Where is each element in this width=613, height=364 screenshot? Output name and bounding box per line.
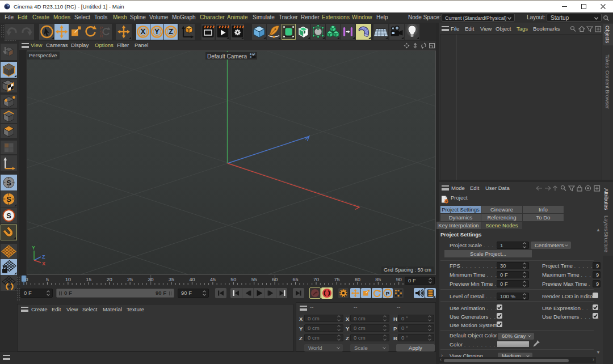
svg-text:10: 10 (65, 277, 71, 282)
svg-text:25: 25 (127, 277, 133, 282)
svg-text:15: 15 (86, 277, 91, 282)
svg-text:20: 20 (107, 277, 112, 282)
svg-text:P: P (386, 290, 390, 297)
svg-text:5: 5 (46, 277, 49, 282)
svg-text:40: 40 (189, 277, 195, 282)
svg-text:60: 60 (272, 277, 278, 282)
svg-text:Z: Z (42, 254, 45, 260)
svg-text:45: 45 (210, 277, 216, 282)
svg-text:90: 90 (396, 277, 402, 282)
svg-text:X: X (42, 261, 45, 266)
svg-text:Y: Y (154, 28, 159, 36)
svg-text:S: S (6, 211, 11, 220)
svg-text:75: 75 (334, 277, 339, 282)
svg-text:Z: Z (169, 28, 173, 36)
svg-text:S: S (6, 179, 11, 187)
svg-text:70: 70 (313, 277, 319, 282)
svg-text:Y: Y (32, 245, 35, 251)
svg-text:65: 65 (293, 277, 299, 282)
svg-text:R: R (100, 33, 103, 39)
svg-text:50: 50 (230, 277, 236, 282)
svg-text:55: 55 (251, 277, 257, 282)
svg-text:30: 30 (148, 277, 154, 282)
svg-text:S: S (6, 195, 11, 204)
svg-text:X: X (141, 28, 146, 36)
svg-text:0: 0 (25, 277, 28, 282)
svg-text:80: 80 (355, 277, 360, 282)
svg-text:35: 35 (169, 277, 174, 282)
svg-text:85: 85 (375, 277, 381, 282)
